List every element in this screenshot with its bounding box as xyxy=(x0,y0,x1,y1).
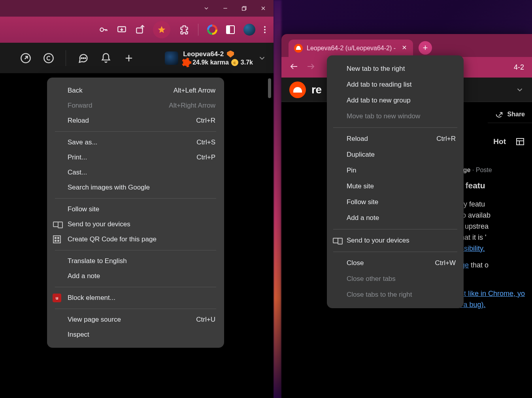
svg-point-16 xyxy=(81,57,82,58)
google-icon[interactable] xyxy=(207,25,217,35)
ctx-close-right: Close tabs to the right xyxy=(327,287,464,303)
qr-icon xyxy=(53,235,61,244)
bell-icon[interactable] xyxy=(100,52,112,64)
ctx-search-images[interactable]: Search images with Google xyxy=(47,180,224,195)
ctx-print[interactable]: Print...Ctrl+P xyxy=(47,150,224,165)
svg-rect-11 xyxy=(136,28,142,33)
ctx-follow-site[interactable]: Follow site xyxy=(47,202,224,217)
tab-strip: Leopeva64-2 (u/Leopeva64-2) - + xyxy=(281,34,532,57)
profile-avatar[interactable] xyxy=(243,24,255,36)
left-window: Leopeva64-2 24.9k karma c 3.7k BackAlt+L… xyxy=(0,0,274,398)
window-titlebar xyxy=(0,0,274,17)
link[interactable]: Just like in Chrome, yo xyxy=(453,288,530,299)
browser-menu-button[interactable] xyxy=(264,26,266,33)
ctx-reload[interactable]: ReloadCtrl+R xyxy=(47,113,224,128)
user-avatar xyxy=(165,51,178,65)
side-panel-icon[interactable] xyxy=(226,25,235,34)
devices-icon xyxy=(332,236,341,245)
reddit-user-strip: Leopeva64-2 24.9k karma c 3.7k xyxy=(0,43,274,74)
divider xyxy=(198,24,198,36)
karma-gear-icon xyxy=(183,59,190,66)
ctx-mute-site[interactable]: Mute site xyxy=(327,178,464,194)
tab-close-button[interactable] xyxy=(401,44,407,52)
ctx-cast[interactable]: Cast... xyxy=(47,165,224,180)
coin-icon: c xyxy=(231,59,238,66)
karma-count: 24.9k karma xyxy=(192,59,229,66)
ctx-reload[interactable]: ReloadCtrl+R xyxy=(327,131,464,147)
ctx-inspect[interactable]: Inspect xyxy=(47,327,224,342)
ctx-create-qr[interactable]: Create QR Code for this page xyxy=(47,232,224,247)
bookmark-star-button[interactable] xyxy=(153,21,170,38)
share-out-icon[interactable] xyxy=(135,25,145,35)
ctx-pin[interactable]: Pin xyxy=(327,163,464,178)
ctx-save-as[interactable]: Save as...Ctrl+S xyxy=(47,135,224,150)
ctx-back[interactable]: BackAlt+Left Arrow xyxy=(47,83,224,98)
ctx-view-source[interactable]: View page sourceCtrl+U xyxy=(47,312,224,327)
divider xyxy=(66,50,66,66)
ctx-translate[interactable]: Translate to English xyxy=(47,254,224,269)
ctx-send-devices[interactable]: Send to your devices xyxy=(327,233,464,248)
reddit-logo-icon[interactable] xyxy=(289,81,306,98)
sort-hot[interactable]: Hot xyxy=(486,133,532,150)
ctx-move-new-window: Move tab to new window xyxy=(327,108,464,124)
ctx-forward: ForwardAlt+Right Arrow xyxy=(47,98,224,113)
svg-marker-13 xyxy=(158,26,165,33)
ctx-close[interactable]: CloseCtrl+W xyxy=(327,255,464,271)
maximize-button[interactable] xyxy=(241,5,247,11)
right-window: Leopeva64-2 (u/Leopeva64-2) - + 4-2 re S… xyxy=(281,34,532,398)
ctx-duplicate[interactable]: Duplicate xyxy=(327,147,464,163)
reddit-wordmark: re xyxy=(311,83,321,96)
chevron-down-icon xyxy=(258,54,266,63)
address-fragment: 4-2 xyxy=(514,63,524,72)
browser-tab[interactable]: Leopeva64-2 (u/Leopeva64-2) - xyxy=(289,40,413,57)
ctx-add-note[interactable]: Add a note xyxy=(327,210,464,226)
extensions-icon[interactable] xyxy=(179,25,189,35)
ctx-follow-site[interactable]: Follow site xyxy=(327,194,464,210)
scrollbar-thumb[interactable] xyxy=(268,78,271,98)
ctx-send-devices[interactable]: Send to your devices xyxy=(47,217,224,232)
tab-context-menu: New tab to the right Add tab to reading … xyxy=(327,55,464,308)
forward-button xyxy=(306,62,315,73)
key-icon[interactable] xyxy=(98,25,109,35)
chevron-down-icon[interactable] xyxy=(515,85,524,94)
plus-icon[interactable] xyxy=(123,52,135,64)
close-button[interactable] xyxy=(260,5,266,11)
ctx-block-element[interactable]: u Block element... xyxy=(47,290,224,305)
svg-point-15 xyxy=(44,53,53,63)
ctx-add-reading-list[interactable]: Add tab to reading list xyxy=(327,77,464,93)
coin-count: 3.7k xyxy=(241,59,253,66)
svg-line-25 xyxy=(499,112,502,116)
svg-rect-26 xyxy=(517,138,524,145)
layout-icon[interactable] xyxy=(515,137,525,146)
chat-icon[interactable] xyxy=(77,52,89,64)
share-button[interactable]: Share xyxy=(488,106,532,123)
new-tab-button[interactable]: + xyxy=(419,41,432,55)
open-link-icon[interactable] xyxy=(20,52,32,64)
browser-toolbar xyxy=(0,17,274,43)
back-button[interactable] xyxy=(289,62,299,73)
tab-title: Leopeva64-2 (u/Leopeva64-2) - xyxy=(307,45,396,52)
link[interactable]: it's a bug). xyxy=(453,299,530,311)
copyright-icon[interactable] xyxy=(43,52,55,64)
ctx-add-new-group[interactable]: Add tab to new group xyxy=(327,93,464,108)
reddit-favicon xyxy=(294,44,303,53)
caret-down-icon[interactable] xyxy=(203,5,209,11)
svg-rect-2 xyxy=(242,7,245,10)
svg-point-18 xyxy=(85,57,86,58)
page-context-menu: BackAlt+Left Arrow ForwardAlt+Right Arro… xyxy=(47,78,224,348)
username: Leopeva64-2 xyxy=(183,50,224,58)
install-icon[interactable] xyxy=(117,25,127,35)
devices-icon xyxy=(53,220,61,229)
ctx-add-note[interactable]: Add a note xyxy=(47,269,224,284)
shield-icon xyxy=(227,51,234,58)
ublock-icon: u xyxy=(53,294,61,302)
ctx-close-other: Close other tabs xyxy=(327,271,464,287)
svg-point-5 xyxy=(100,28,104,32)
user-dropdown[interactable]: Leopeva64-2 24.9k karma c 3.7k xyxy=(165,50,266,66)
minimize-button[interactable] xyxy=(222,5,228,11)
post-fragment: tEdge · Poste on featu bility featu also… xyxy=(453,165,532,310)
svg-point-17 xyxy=(83,57,84,58)
ctx-new-tab-right[interactable]: New tab to the right xyxy=(327,61,464,77)
